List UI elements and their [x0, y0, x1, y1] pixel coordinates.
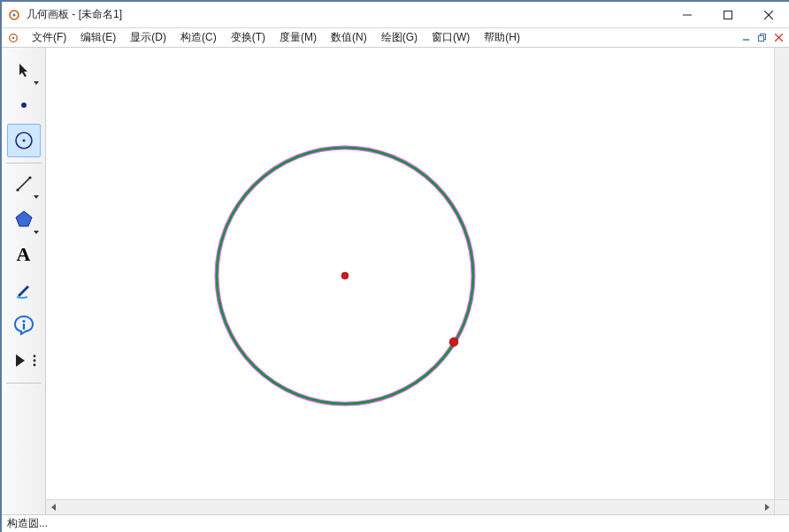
svg-rect-10: [759, 35, 764, 41]
drawing-svg: [46, 48, 774, 499]
tool-text[interactable]: A: [7, 238, 41, 271]
menu-display[interactable]: 显示(D): [123, 28, 173, 47]
svg-point-7: [12, 36, 15, 39]
tool-compass[interactable]: [7, 124, 41, 157]
menu-file[interactable]: 文件(F): [25, 28, 73, 47]
svg-line-4: [764, 11, 773, 19]
chevron-down-icon: [34, 195, 39, 199]
svg-marker-23: [16, 354, 25, 367]
tool-information[interactable]: [7, 308, 41, 342]
doc-icon: [5, 28, 21, 47]
doc-window-controls: [739, 28, 789, 47]
menu-window[interactable]: 窗口(W): [425, 28, 477, 47]
window-title: 几何画板 - [未命名1]: [27, 7, 667, 22]
scrollbar-corner: [774, 499, 789, 514]
svg-point-19: [28, 176, 31, 179]
svg-line-17: [18, 178, 30, 190]
app-icon: [7, 8, 21, 22]
tool-polygon[interactable]: [7, 202, 41, 236]
svg-marker-20: [16, 211, 32, 226]
chevron-down-icon: [34, 231, 39, 234]
svg-marker-28: [765, 504, 770, 511]
tool-marker[interactable]: [7, 273, 41, 307]
doc-close-button[interactable]: [771, 31, 785, 45]
svg-point-16: [22, 140, 25, 142]
point-object[interactable]: [449, 338, 458, 346]
toolbox: A: [2, 48, 46, 514]
svg-point-24: [33, 355, 35, 358]
svg-point-21: [22, 320, 25, 323]
scroll-right-icon[interactable]: [759, 500, 774, 515]
horizontal-scrollbar[interactable]: [46, 499, 774, 514]
toolbox-divider: [6, 163, 42, 163]
scrollbar-track[interactable]: [61, 500, 759, 514]
scroll-left-icon[interactable]: [46, 500, 61, 515]
drawing-canvas[interactable]: [46, 48, 774, 499]
svg-point-18: [16, 188, 19, 191]
svg-point-14: [21, 103, 27, 108]
svg-marker-13: [19, 64, 27, 77]
menu-transform[interactable]: 变换(T): [224, 28, 272, 47]
menu-number[interactable]: 数值(N): [324, 28, 374, 47]
title-bar: 几何画板 - [未命名1]: [2, 2, 789, 28]
toolbox-divider: [6, 383, 42, 384]
status-text: 构造圆...: [7, 516, 48, 531]
menu-graph[interactable]: 绘图(G): [374, 28, 425, 47]
menu-bar: 文件(F) 编辑(E) 显示(D) 构造(C) 变换(T) 度量(M) 数值(N…: [2, 28, 789, 48]
tool-custom[interactable]: [7, 344, 41, 377]
minimize-button[interactable]: [667, 2, 708, 27]
maximize-button[interactable]: [708, 2, 748, 27]
svg-line-5: [764, 11, 773, 19]
menu-measure[interactable]: 度量(M): [272, 28, 324, 47]
svg-rect-22: [22, 323, 24, 330]
text-icon: A: [17, 243, 31, 266]
tool-selection-arrow[interactable]: [7, 53, 41, 87]
svg-point-26: [33, 364, 35, 367]
point-object[interactable]: [341, 272, 349, 279]
menu-edit[interactable]: 编辑(E): [73, 28, 123, 47]
svg-marker-27: [51, 504, 56, 511]
status-bar: 构造圆...: [2, 514, 789, 532]
tool-straightedge[interactable]: [7, 167, 41, 201]
canvas-area: [46, 48, 789, 514]
menu-construct[interactable]: 构造(C): [173, 28, 224, 47]
window-controls: [667, 2, 789, 27]
svg-point-25: [33, 360, 35, 362]
close-button[interactable]: [748, 2, 789, 27]
tool-point[interactable]: [7, 88, 41, 122]
vertical-scrollbar[interactable]: [774, 48, 789, 499]
doc-minimize-button[interactable]: [739, 31, 754, 45]
svg-rect-3: [724, 11, 732, 19]
doc-restore-button[interactable]: [755, 31, 770, 45]
svg-point-1: [13, 13, 16, 16]
chevron-down-icon: [34, 81, 39, 85]
menu-help[interactable]: 帮助(H): [477, 28, 527, 47]
